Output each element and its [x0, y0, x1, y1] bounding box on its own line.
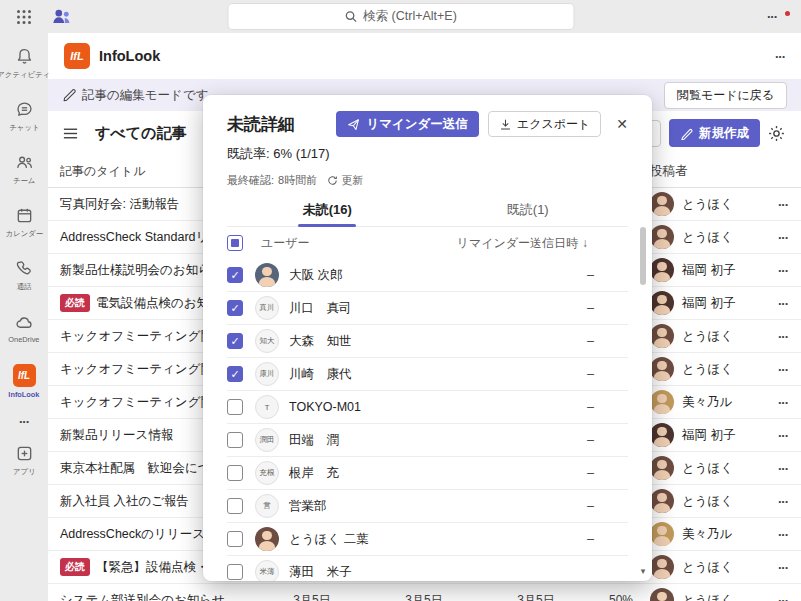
- rail-item-teams[interactable]: チーム: [0, 143, 48, 196]
- article-title: 写真同好会: 活動報告: [60, 196, 179, 213]
- article-author-cell: とうほく: [650, 555, 765, 579]
- back-to-view-mode-button[interactable]: 閲覧モードに戻る: [664, 82, 787, 109]
- author-avatar: [650, 423, 674, 447]
- tab-unread[interactable]: 未読(16): [227, 196, 428, 226]
- row-checkbox[interactable]: [227, 465, 243, 481]
- row-checkbox[interactable]: [227, 498, 243, 514]
- rail-item-calls[interactable]: 通話: [0, 249, 48, 302]
- close-icon[interactable]: ✕: [616, 116, 628, 132]
- gear-icon[interactable]: [768, 125, 785, 142]
- rail-item-apps[interactable]: アプリ: [0, 434, 48, 487]
- user-row[interactable]: T TOKYO-M01 –: [227, 391, 628, 424]
- row-more-icon[interactable]: ···: [778, 428, 788, 443]
- author-avatar: [650, 324, 674, 348]
- row-more-icon[interactable]: ···: [778, 593, 788, 601]
- article-row[interactable]: システム部送別会のお知らせ 3月5日 3月5日 3月5日 50% とうほく ··…: [48, 584, 801, 601]
- user-row[interactable]: とうほく 二葉 –: [227, 523, 628, 556]
- article-title: 新製品リリース情報: [60, 427, 173, 444]
- row-more-icon[interactable]: ···: [778, 362, 788, 377]
- author-avatar: [650, 357, 674, 381]
- user-row[interactable]: 営 営業部 –: [227, 490, 628, 523]
- calendar-icon: [15, 206, 34, 225]
- search-input[interactable]: 検索 (Ctrl+Alt+E): [228, 4, 573, 29]
- app-more-icon[interactable]: ···: [775, 49, 785, 64]
- user-initials-avatar: 真川: [255, 296, 279, 320]
- tab-read[interactable]: 既読(1): [428, 196, 629, 226]
- refresh-link[interactable]: 更新: [327, 173, 363, 188]
- rail-item-calendar[interactable]: カレンダー: [0, 196, 48, 249]
- pencil-icon: [62, 88, 76, 102]
- row-checkbox[interactable]: [227, 300, 243, 316]
- user-row[interactable]: 真川 川口 真司 –: [227, 292, 628, 325]
- export-button[interactable]: エクスポート: [488, 111, 601, 137]
- new-article-button[interactable]: 新規作成: [669, 119, 760, 147]
- send-reminder-button[interactable]: リマインダー送信: [336, 111, 478, 137]
- row-more-icon[interactable]: ···: [778, 494, 788, 509]
- row-more-icon[interactable]: ···: [778, 197, 788, 212]
- row-checkbox[interactable]: [227, 366, 243, 382]
- user-name: 川崎 康代: [289, 366, 352, 383]
- row-more-icon[interactable]: ···: [778, 395, 788, 410]
- row-more-icon[interactable]: ···: [778, 329, 788, 344]
- rail-more-icon[interactable]: ···: [0, 408, 48, 434]
- select-all-checkbox[interactable]: [227, 235, 243, 251]
- sort-desc-icon: ↓: [582, 236, 588, 250]
- hamburger-icon[interactable]: [62, 125, 79, 142]
- user-row[interactable]: 康川 川崎 康代 –: [227, 358, 628, 391]
- scroll-down-icon[interactable]: ▾: [637, 566, 649, 576]
- user-name: TOKYO-M01: [289, 400, 361, 414]
- user-initials-avatar: 営: [255, 494, 279, 518]
- unread-detail-dialog: 未読詳細 リマインダー送信 エクスポート ✕ 既読率: 6% (1/17) 最終…: [203, 95, 652, 581]
- user-photo-avatar: [255, 263, 279, 287]
- row-more-icon[interactable]: ···: [778, 527, 788, 542]
- row-checkbox[interactable]: [227, 267, 243, 283]
- row-checkbox[interactable]: [227, 432, 243, 448]
- row-more-icon[interactable]: ···: [778, 560, 788, 575]
- article-author-cell: とうほく: [650, 192, 765, 216]
- topbar-more-icon[interactable]: ···: [767, 9, 777, 24]
- rail-item-chat[interactable]: チャット: [0, 90, 48, 143]
- user-row[interactable]: 潤田 田端 潤 –: [227, 424, 628, 457]
- row-checkbox[interactable]: [227, 531, 243, 547]
- row-more-icon[interactable]: ···: [778, 461, 788, 476]
- user-name: 大阪 次郎: [289, 267, 342, 284]
- user-row[interactable]: 充根 根岸 充 –: [227, 457, 628, 490]
- rail-item-onedrive[interactable]: OneDrive: [0, 302, 48, 355]
- row-checkbox[interactable]: [227, 333, 243, 349]
- column-reminder-datetime[interactable]: リマインダー送信日時 ↓: [457, 235, 628, 252]
- scrollbar-thumb[interactable]: [640, 227, 646, 285]
- article-author-cell: 福岡 初子: [650, 258, 765, 282]
- waffle-menu-icon[interactable]: [0, 9, 48, 25]
- user-name: 根岸 充: [289, 465, 339, 482]
- row-checkbox[interactable]: [227, 564, 243, 580]
- author-avatar: [650, 390, 674, 414]
- user-row[interactable]: 知大 大森 知世 –: [227, 325, 628, 358]
- row-more-icon[interactable]: ···: [778, 230, 788, 245]
- column-author[interactable]: 投稿者: [650, 163, 765, 180]
- top-bar: 検索 (Ctrl+Alt+E) ···: [0, 0, 801, 33]
- user-list: 大阪 次郎 – 真川 川口 真司 – 知大 大森 知世 –: [227, 259, 628, 581]
- edit-mode-message: 記事の編集モードです。: [82, 87, 221, 104]
- user-row[interactable]: 米薄 薄田 米子: [227, 556, 628, 581]
- article-author-cell: 美々乃ル: [650, 522, 765, 546]
- teams-logo-icon[interactable]: [50, 6, 72, 28]
- row-more-icon[interactable]: ···: [778, 263, 788, 278]
- author-name: とうほく: [682, 229, 733, 246]
- article-author-cell: とうほく: [650, 456, 765, 480]
- row-checkbox[interactable]: [227, 399, 243, 415]
- user-row[interactable]: 大阪 次郎 –: [227, 259, 628, 292]
- article-title: キックオフミーティング開催: [60, 394, 225, 411]
- reminder-datetime-value: –: [587, 499, 628, 513]
- last-checked: 最終確認: 8時間前 更新: [227, 173, 628, 188]
- app-rail: アクティビティ チャット チーム カレンダー 通話 OneDrive IfL I…: [0, 33, 48, 601]
- modal-tabs: 未読(16) 既読(1): [227, 196, 628, 227]
- author-avatar: [650, 588, 674, 601]
- article-title: キックオフミーティング開催: [60, 361, 225, 378]
- article-author-cell: 福岡 初子: [650, 423, 765, 447]
- article-author-cell: とうほく: [650, 357, 765, 381]
- modal-scrollbar[interactable]: [638, 223, 648, 559]
- rail-item-infolook[interactable]: IfL InfoLook: [0, 355, 48, 408]
- rail-item-activity[interactable]: アクティビティ: [0, 37, 48, 90]
- row-more-icon[interactable]: ···: [778, 296, 788, 311]
- user-initials-avatar: 知大: [255, 329, 279, 353]
